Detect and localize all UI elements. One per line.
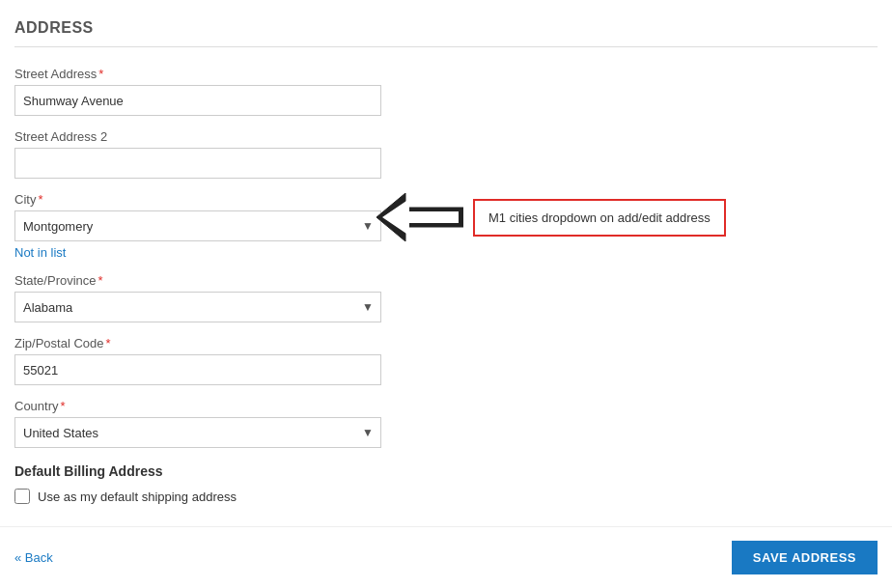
save-address-button[interactable]: SAVE ADDRESS bbox=[732, 541, 878, 574]
zip-input[interactable] bbox=[14, 354, 381, 385]
shipping-checkbox-label[interactable]: Use as my default shipping address bbox=[38, 490, 237, 504]
callout-box: M1 cities dropdown on add/edit address bbox=[473, 199, 726, 237]
callout-text: M1 cities dropdown on add/edit address bbox=[488, 210, 711, 225]
zip-label: Zip/Postal Code* bbox=[14, 336, 878, 350]
page-container: ADDRESS Street Address* Street Address 2… bbox=[0, 0, 892, 588]
callout-arrow bbox=[376, 193, 463, 241]
zip-row: Zip/Postal Code* bbox=[14, 336, 878, 385]
street-address-label: Street Address* bbox=[14, 67, 878, 81]
footer-bar: « Back SAVE ADDRESS bbox=[0, 526, 892, 588]
state-select[interactable]: Alabama Alaska Arizona California bbox=[14, 292, 381, 322]
back-link[interactable]: « Back bbox=[14, 550, 53, 565]
state-select-wrapper: Alabama Alaska Arizona California ▼ bbox=[14, 292, 381, 322]
shipping-checkbox-row: Use as my default shipping address bbox=[14, 489, 878, 504]
country-row: Country* United States Canada United Kin… bbox=[14, 399, 878, 448]
street-address-input[interactable] bbox=[14, 85, 381, 116]
country-select-wrapper: United States Canada United Kingdom ▼ bbox=[14, 417, 381, 448]
billing-title: Default Billing Address bbox=[14, 463, 878, 479]
country-select[interactable]: United States Canada United Kingdom bbox=[14, 417, 381, 448]
country-label: Country* bbox=[14, 399, 878, 413]
section-title: ADDRESS bbox=[14, 19, 878, 47]
not-in-list-link[interactable]: Not in list bbox=[14, 245, 878, 260]
street-address2-label: Street Address 2 bbox=[14, 129, 878, 144]
city-select[interactable]: Montgomery Birmingham Huntsville Mobile bbox=[14, 210, 381, 241]
callout-area: M1 cities dropdown on add/edit address bbox=[376, 193, 726, 241]
default-shipping-checkbox[interactable] bbox=[14, 489, 30, 504]
city-select-wrapper: Montgomery Birmingham Huntsville Mobile … bbox=[14, 210, 381, 241]
state-row: State/Province* Alabama Alaska Arizona C… bbox=[14, 273, 878, 322]
street-address-row: Street Address* bbox=[14, 67, 878, 116]
billing-section: Default Billing Address Use as my defaul… bbox=[14, 463, 878, 504]
state-label: State/Province* bbox=[14, 273, 878, 288]
street-address2-row: Street Address 2 bbox=[14, 129, 878, 179]
street-address2-input[interactable] bbox=[14, 148, 381, 179]
